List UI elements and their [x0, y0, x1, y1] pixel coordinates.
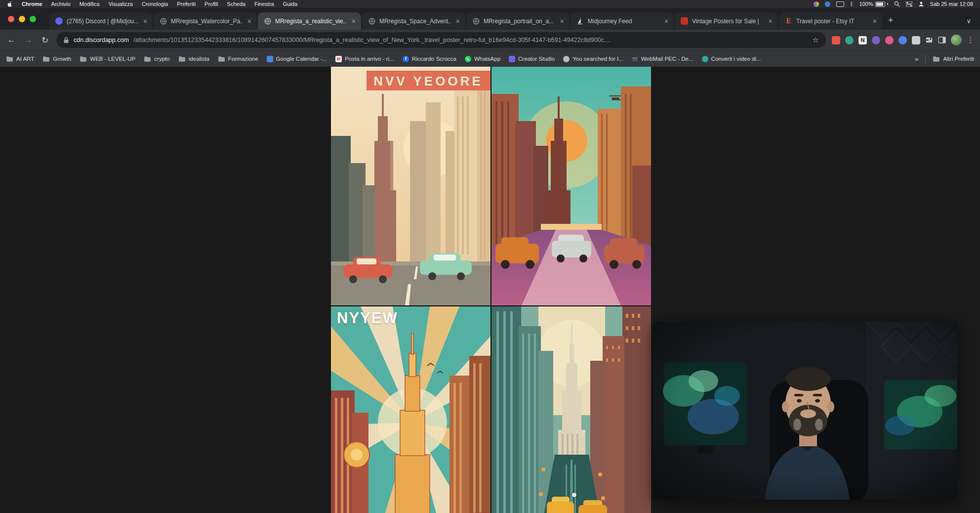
forward-button[interactable]: →: [23, 35, 34, 45]
new-tab-button[interactable]: +: [888, 15, 894, 26]
extension-icon[interactable]: [898, 36, 907, 44]
apple-icon[interactable]: [7, 1, 13, 7]
address-bar[interactable]: cdn.discordapp.com /attachments/10135123…: [56, 32, 826, 48]
bookmark-growth[interactable]: Growth: [42, 56, 71, 62]
bookmark-label: WEB - LEVEL-UP: [90, 56, 135, 62]
bookmark-google-calendar[interactable]: Google Calendar -...: [267, 56, 327, 62]
extension-icon[interactable]: [912, 36, 920, 44]
reload-button[interactable]: ↻: [40, 35, 50, 45]
close-window-button[interactable]: [8, 16, 14, 22]
tab-close-icon[interactable]: ×: [246, 17, 252, 25]
tab-label: Travel poster - Etsy IT: [796, 18, 868, 25]
bookmark-ai-art[interactable]: AI ART: [6, 56, 34, 62]
folder-icon: [144, 56, 151, 62]
extension-icon[interactable]: [885, 36, 894, 44]
bookmark-label: Altri Preferiti: [943, 56, 974, 62]
tab-vintage-posters[interactable]: Vintage Posters for Sale | ×: [675, 12, 778, 30]
whatsapp-icon: [465, 56, 471, 62]
site-icon: [702, 56, 708, 62]
globe-icon: [368, 17, 375, 25]
tab-label: MRregista_portrait_on_a...: [484, 18, 555, 25]
bookmark-gmail[interactable]: M Posta in arrivo - ri...: [335, 56, 394, 62]
side-panel-icon[interactable]: [938, 37, 946, 43]
facebook-icon: f: [403, 56, 409, 62]
macos-menubar: Chrome Archivio Modifica Visualizza Cron…: [0, 0, 980, 8]
battery-percent: 100%: [859, 1, 873, 7]
battery-indicator[interactable]: 100%: [859, 1, 888, 7]
user-icon[interactable]: [918, 1, 924, 7]
puzzle-icon[interactable]: [925, 36, 933, 44]
webcam-overlay: [653, 322, 957, 500]
extension-icon[interactable]: [845, 36, 854, 44]
menu-scheda[interactable]: Scheda: [227, 1, 245, 7]
menu-modifica[interactable]: Modifica: [80, 1, 100, 7]
presenter-video: [653, 322, 957, 500]
tab-search-chevron-icon[interactable]: ∨: [966, 17, 971, 25]
bookmark-converti-video[interactable]: Converti i video di...: [702, 56, 761, 62]
bookmark-label: Riccardo Scrocca: [412, 56, 456, 62]
bookmark-label: idealista: [189, 56, 209, 62]
extension-icon[interactable]: [872, 36, 880, 44]
tab-discord[interactable]: (2765) Discord | @Midjou... ×: [49, 12, 153, 30]
profile-avatar[interactable]: [951, 35, 962, 45]
tab-close-icon[interactable]: ×: [351, 17, 357, 25]
tab-etsy[interactable]: E Travel poster - Etsy IT ×: [779, 12, 882, 30]
display-icon[interactable]: [836, 1, 844, 7]
menu-finestra[interactable]: Finestra: [254, 1, 274, 7]
tab-watercolor[interactable]: MRregista_Watercolor_Pa... ×: [154, 12, 257, 30]
tab-close-icon[interactable]: ×: [663, 17, 669, 25]
menu-cronologia[interactable]: Cronologia: [142, 1, 168, 7]
tab-close-icon[interactable]: ×: [872, 17, 878, 25]
bookmark-webmail-pec[interactable]: WebMail PEC - De...: [632, 56, 694, 62]
menubar-clock[interactable]: Sab 25 mar 12:08: [930, 1, 973, 7]
extension-icon[interactable]: [832, 36, 840, 44]
bluetooth-icon[interactable]: ᛒ: [850, 1, 854, 7]
bookmark-idealista[interactable]: idealista: [178, 56, 209, 62]
extension-icon[interactable]: N: [858, 36, 867, 44]
bookmark-label: AI ART: [16, 56, 34, 62]
bookmark-web-level-up[interactable]: WEB - LEVEL-UP: [80, 56, 135, 62]
control-center-icon[interactable]: [906, 1, 912, 7]
search-icon[interactable]: [894, 1, 900, 7]
screen-record-icon[interactable]: [814, 1, 819, 7]
bookmark-facebook[interactable]: f Riccardo Scrocca: [403, 56, 456, 62]
menu-app-name[interactable]: Chrome: [22, 1, 42, 7]
bookmark-formazione[interactable]: Formazione: [218, 56, 258, 62]
tab-midjourney-feed[interactable]: Midjourney Feed ×: [571, 12, 674, 30]
menu-visualizza[interactable]: Visualizza: [109, 1, 133, 7]
poster-image-top-left: NVV YEOORE: [331, 67, 490, 305]
bookmarks-overflow-icon[interactable]: »: [915, 55, 918, 63]
chrome-menu-icon[interactable]: ⋮: [967, 36, 974, 44]
poster-image-bottom-right: [491, 306, 651, 513]
midjourney-image-grid[interactable]: NVV YEOORE: [331, 67, 651, 513]
tab-close-icon[interactable]: ×: [559, 17, 565, 25]
bookmark-altri-preferiti[interactable]: Altri Preferiti: [933, 56, 974, 62]
bookmark-label: Growth: [53, 56, 71, 62]
bookmark-crypto[interactable]: crypto: [144, 56, 169, 62]
bookmark-creator-studio[interactable]: Creator Studio: [509, 56, 555, 62]
tab-portrait[interactable]: MRregista_portrait_on_a... ×: [466, 12, 570, 30]
mouse-cursor: [572, 493, 576, 497]
minimize-window-button[interactable]: [19, 16, 25, 22]
tab-label: (2765) Discord | @Midjou...: [67, 18, 138, 25]
sailboat-icon: [576, 17, 584, 25]
tab-close-icon[interactable]: ×: [455, 17, 461, 25]
menu-guida[interactable]: Guida: [283, 1, 297, 7]
bookmark-label: Formazione: [228, 56, 258, 62]
tab-space-adventure[interactable]: MRregista_Space_Advent... ×: [362, 12, 465, 30]
menu-preferiti[interactable]: Preferiti: [177, 1, 196, 7]
menu-profili[interactable]: Profili: [204, 1, 218, 7]
tab-close-icon[interactable]: ×: [768, 17, 774, 25]
back-button[interactable]: ←: [6, 35, 17, 45]
bookmark-label: Creator Studio: [518, 56, 555, 62]
menu-archivio[interactable]: Archivio: [51, 1, 71, 7]
zoom-window-button[interactable]: [30, 16, 36, 22]
toolbar: ← → ↻ cdn.discordapp.com /attachments/10…: [0, 30, 980, 50]
globe-icon: [160, 17, 167, 25]
bookmark-whatsapp[interactable]: WhatsApp: [465, 56, 500, 62]
tab-realistic-view-active[interactable]: MRregista_a_realistic_vie... ×: [258, 12, 361, 30]
bookmark-star-icon[interactable]: ☆: [813, 36, 819, 44]
tab-close-icon[interactable]: ×: [142, 17, 148, 25]
video-app-icon[interactable]: [825, 1, 830, 7]
bookmark-you-searched[interactable]: You searched for I...: [563, 56, 623, 62]
